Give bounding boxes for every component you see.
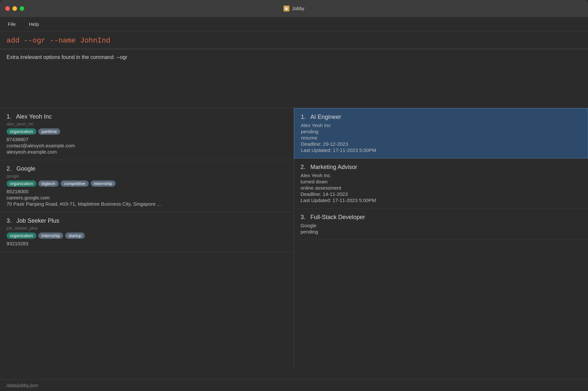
job-1-company: Alex Yeoh Inc	[301, 122, 581, 128]
minimize-button[interactable]	[12, 6, 17, 11]
org-2-id: google	[7, 174, 287, 178]
org-item-3[interactable]: 3. Job Seeker Plus job_seeker_plus organ…	[0, 212, 294, 252]
job-2-last-updated: Last Updated: 17-11-2023 5:00PM	[301, 197, 581, 203]
job-3-header: 3. Full-Stack Developer	[301, 214, 581, 221]
org-2-email: careers.google.com	[7, 195, 287, 200]
job-1-header: 1. AI Engineer	[301, 114, 581, 121]
tag-internship-3: internship	[38, 233, 63, 239]
app-icon: 📋	[284, 6, 289, 11]
tag-organization-2: organization	[7, 180, 36, 187]
tag-bigtech: bigtech	[38, 180, 59, 187]
left-panel[interactable]: 1. Alex Yeoh Inc alex_yeoh_inc organizat…	[0, 108, 294, 369]
org-3-phone: 93210283	[7, 241, 287, 246]
org-1-phone: 87438807	[7, 137, 287, 142]
job-item-3[interactable]: 3. Full-Stack Developer Google pending	[294, 209, 588, 240]
output-area: Extra irrelevant options found in the co…	[0, 49, 588, 108]
job-1-stage: resume	[301, 135, 581, 140]
tag-organization: organization	[7, 128, 36, 135]
job-1-last-updated: Last Updated: 17-11-2023 5:00PM	[301, 147, 581, 153]
org-item-1[interactable]: 1. Alex Yeoh Inc alex_yeoh_inc organizat…	[0, 108, 294, 160]
org-3-tags: organization internship startup	[7, 233, 287, 239]
statusbar: ./data/jobby.json	[0, 379, 588, 391]
tag-parttime: parttime	[38, 128, 60, 135]
org-3-header: 3. Job Seeker Plus	[7, 217, 287, 224]
maximize-button[interactable]	[20, 6, 24, 11]
org-3-id: job_seeker_plus	[7, 226, 287, 231]
org-1-header: 1. Alex Yeoh Inc	[7, 113, 287, 120]
org-2-header: 2. Google	[7, 165, 287, 172]
close-button[interactable]	[5, 6, 10, 11]
job-1-deadline: Deadline: 29-12-2023	[301, 141, 581, 147]
org-1-id: alex_yeoh_inc	[7, 121, 287, 126]
job-2-stage: online assessment	[301, 185, 581, 191]
job-2-header: 2. Marketing Advisor	[301, 164, 581, 171]
org-1-website: alexyeoh.example.com	[7, 149, 287, 155]
app-title: 📋 Jobby	[284, 6, 304, 11]
tag-startup: startup	[65, 233, 85, 239]
menubar: File Help	[0, 17, 588, 31]
job-2-company: Alex Yeoh Inc	[301, 173, 581, 178]
output-text: Extra irrelevant options found in the co…	[7, 54, 127, 60]
org-2-website: 70 Pasir Panjang Road, #03-71, Mapletree…	[7, 201, 287, 207]
org-1-email: contact@alexyoh.example.com	[7, 143, 287, 148]
job-3-company: Google	[301, 223, 581, 228]
window-controls	[5, 6, 24, 11]
titlebar: 📋 Jobby	[0, 0, 588, 17]
job-item-2[interactable]: 2. Marketing Advisor Alex Yeoh Inc turne…	[294, 158, 588, 209]
job-2-status: turned down	[301, 179, 581, 184]
job-1-status: pending	[301, 129, 581, 134]
job-3-status: pending	[301, 229, 581, 234]
job-item-1[interactable]: 1. AI Engineer Alex Yeoh Inc pending res…	[294, 108, 588, 158]
org-2-phone: 65218000	[7, 189, 287, 194]
main-panels: 1. Alex Yeoh Inc alex_yeoh_inc organizat…	[0, 108, 588, 369]
tag-competitive: competitive	[61, 180, 89, 187]
statusbar-path: ./data/jobby.json	[5, 383, 38, 388]
org-2-tags: organization bigtech competitive interns…	[7, 180, 287, 187]
app-title-text: Jobby	[292, 6, 304, 11]
menu-help[interactable]: Help	[26, 20, 42, 28]
tag-internship-2: internship	[91, 180, 116, 187]
org-item-2[interactable]: 2. Google google organization bigtech co…	[0, 160, 294, 212]
command-input[interactable]	[7, 37, 581, 45]
right-panel[interactable]: 1. AI Engineer Alex Yeoh Inc pending res…	[294, 108, 588, 369]
command-bar	[0, 31, 588, 49]
org-1-tags: organization parttime	[7, 128, 287, 135]
menu-file[interactable]: File	[5, 20, 18, 28]
tag-organization-3: organization	[7, 233, 36, 239]
job-2-deadline: Deadline: 14-11-2023	[301, 191, 581, 197]
